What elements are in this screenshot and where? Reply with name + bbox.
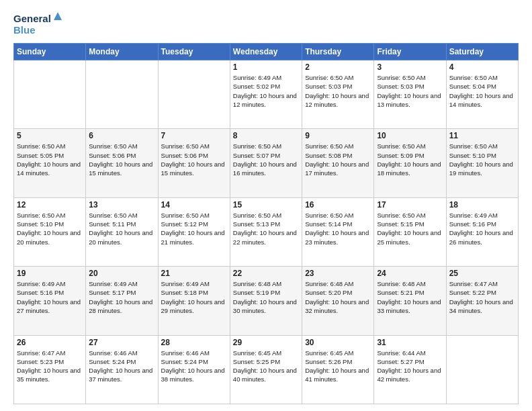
weekday-header-monday: Monday xyxy=(86,44,158,60)
day-info: Sunrise: 6:45 AMSunset: 5:26 PMDaylight:… xyxy=(305,349,371,384)
day-info: Sunrise: 6:47 AMSunset: 5:22 PMDaylight:… xyxy=(449,279,515,315)
day-cell: 13Sunrise: 6:50 AMSunset: 5:11 PMDayligh… xyxy=(86,197,158,266)
weekday-header-sunday: Sunday xyxy=(14,44,86,60)
day-cell: 31Sunrise: 6:44 AMSunset: 5:27 PMDayligh… xyxy=(374,335,446,404)
day-info: Sunrise: 6:50 AMSunset: 5:07 PMDaylight:… xyxy=(233,142,299,177)
day-info: Sunrise: 6:44 AMSunset: 5:27 PMDaylight:… xyxy=(377,349,443,384)
day-cell: 15Sunrise: 6:50 AMSunset: 5:13 PMDayligh… xyxy=(230,197,302,266)
calendar: SundayMondayTuesdayWednesdayThursdayFrid… xyxy=(13,43,519,404)
day-number: 29 xyxy=(233,338,299,347)
logo-svg: General Blue xyxy=(13,11,67,38)
day-number: 24 xyxy=(377,269,443,278)
day-info: Sunrise: 6:50 AMSunset: 5:13 PMDaylight:… xyxy=(233,211,299,246)
day-cell: 4Sunrise: 6:50 AMSunset: 5:04 PMDaylight… xyxy=(446,60,518,129)
day-cell: 30Sunrise: 6:45 AMSunset: 5:26 PMDayligh… xyxy=(302,335,374,404)
day-cell: 1Sunrise: 6:49 AMSunset: 5:02 PMDaylight… xyxy=(230,60,302,129)
day-cell: 5Sunrise: 6:50 AMSunset: 5:05 PMDaylight… xyxy=(14,129,86,197)
day-number: 20 xyxy=(89,269,154,278)
weekday-header-friday: Friday xyxy=(374,44,446,60)
day-number: 6 xyxy=(89,131,154,140)
week-row-3: 19Sunrise: 6:49 AMSunset: 5:16 PMDayligh… xyxy=(14,267,519,335)
day-number: 21 xyxy=(161,269,227,278)
day-cell: 3Sunrise: 6:50 AMSunset: 5:03 PMDaylight… xyxy=(374,60,446,129)
day-cell: 14Sunrise: 6:50 AMSunset: 5:12 PMDayligh… xyxy=(158,197,230,266)
day-cell: 9Sunrise: 6:50 AMSunset: 5:08 PMDaylight… xyxy=(302,129,374,197)
day-info: Sunrise: 6:45 AMSunset: 5:25 PMDaylight:… xyxy=(233,349,299,384)
day-info: Sunrise: 6:50 AMSunset: 5:08 PMDaylight:… xyxy=(305,142,371,177)
day-number: 5 xyxy=(17,131,83,140)
day-cell: 12Sunrise: 6:50 AMSunset: 5:10 PMDayligh… xyxy=(14,197,86,266)
week-row-0: 1Sunrise: 6:49 AMSunset: 5:02 PMDaylight… xyxy=(14,60,519,129)
day-info: Sunrise: 6:50 AMSunset: 5:03 PMDaylight:… xyxy=(305,73,371,109)
day-number: 16 xyxy=(305,200,371,210)
day-number: 31 xyxy=(377,338,443,347)
day-number: 14 xyxy=(161,200,227,210)
weekday-header-saturday: Saturday xyxy=(446,44,518,60)
day-number: 10 xyxy=(377,131,443,140)
day-info: Sunrise: 6:48 AMSunset: 5:19 PMDaylight:… xyxy=(233,279,299,315)
day-number: 26 xyxy=(17,338,83,347)
day-info: Sunrise: 6:49 AMSunset: 5:17 PMDaylight:… xyxy=(89,279,154,315)
week-row-2: 12Sunrise: 6:50 AMSunset: 5:10 PMDayligh… xyxy=(14,197,519,266)
day-number: 25 xyxy=(449,269,515,278)
day-info: Sunrise: 6:50 AMSunset: 5:09 PMDaylight:… xyxy=(377,142,443,177)
day-info: Sunrise: 6:46 AMSunset: 5:24 PMDaylight:… xyxy=(89,349,154,384)
day-number: 11 xyxy=(449,131,515,140)
header: General Blue xyxy=(13,11,519,38)
day-cell: 6Sunrise: 6:50 AMSunset: 5:06 PMDaylight… xyxy=(86,129,158,197)
week-row-1: 5Sunrise: 6:50 AMSunset: 5:05 PMDaylight… xyxy=(14,129,519,197)
day-number: 30 xyxy=(305,338,371,347)
day-number: 19 xyxy=(17,269,83,278)
day-number: 27 xyxy=(89,338,154,347)
day-info: Sunrise: 6:50 AMSunset: 5:06 PMDaylight:… xyxy=(89,142,154,177)
day-info: Sunrise: 6:48 AMSunset: 5:21 PMDaylight:… xyxy=(377,279,443,315)
day-info: Sunrise: 6:46 AMSunset: 5:24 PMDaylight:… xyxy=(161,349,227,384)
day-info: Sunrise: 6:47 AMSunset: 5:23 PMDaylight:… xyxy=(17,349,83,384)
day-cell: 17Sunrise: 6:50 AMSunset: 5:15 PMDayligh… xyxy=(374,197,446,266)
page: General Blue SundayMondayTuesdayWednesda… xyxy=(0,0,532,411)
day-number: 28 xyxy=(161,338,227,347)
day-cell: 22Sunrise: 6:48 AMSunset: 5:19 PMDayligh… xyxy=(230,267,302,335)
day-cell: 21Sunrise: 6:49 AMSunset: 5:18 PMDayligh… xyxy=(158,267,230,335)
day-info: Sunrise: 6:50 AMSunset: 5:03 PMDaylight:… xyxy=(377,73,443,109)
day-cell: 19Sunrise: 6:49 AMSunset: 5:16 PMDayligh… xyxy=(14,267,86,335)
day-number: 22 xyxy=(233,269,299,278)
weekday-header-tuesday: Tuesday xyxy=(158,44,230,60)
day-info: Sunrise: 6:48 AMSunset: 5:20 PMDaylight:… xyxy=(305,279,371,315)
day-number: 4 xyxy=(449,62,515,72)
day-info: Sunrise: 6:50 AMSunset: 5:14 PMDaylight:… xyxy=(305,211,371,246)
day-info: Sunrise: 6:49 AMSunset: 5:18 PMDaylight:… xyxy=(161,279,227,315)
day-cell: 18Sunrise: 6:49 AMSunset: 5:16 PMDayligh… xyxy=(446,197,518,266)
day-number: 2 xyxy=(305,62,371,72)
weekday-header-wednesday: Wednesday xyxy=(230,44,302,60)
day-info: Sunrise: 6:50 AMSunset: 5:04 PMDaylight:… xyxy=(449,73,515,109)
day-number: 18 xyxy=(449,200,515,210)
day-info: Sunrise: 6:50 AMSunset: 5:10 PMDaylight:… xyxy=(17,211,83,246)
day-cell: 25Sunrise: 6:47 AMSunset: 5:22 PMDayligh… xyxy=(446,267,518,335)
day-info: Sunrise: 6:49 AMSunset: 5:16 PMDaylight:… xyxy=(17,279,83,315)
day-cell: 7Sunrise: 6:50 AMSunset: 5:06 PMDaylight… xyxy=(158,129,230,197)
day-number: 1 xyxy=(233,62,299,72)
day-cell: 23Sunrise: 6:48 AMSunset: 5:20 PMDayligh… xyxy=(302,267,374,335)
weekday-header-row: SundayMondayTuesdayWednesdayThursdayFrid… xyxy=(14,44,519,60)
day-info: Sunrise: 6:50 AMSunset: 5:15 PMDaylight:… xyxy=(377,211,443,246)
day-cell xyxy=(158,60,230,129)
day-cell xyxy=(14,60,86,129)
day-cell xyxy=(446,335,518,404)
week-row-4: 26Sunrise: 6:47 AMSunset: 5:23 PMDayligh… xyxy=(14,335,519,404)
day-cell: 2Sunrise: 6:50 AMSunset: 5:03 PMDaylight… xyxy=(302,60,374,129)
day-info: Sunrise: 6:50 AMSunset: 5:05 PMDaylight:… xyxy=(17,142,83,177)
day-cell: 8Sunrise: 6:50 AMSunset: 5:07 PMDaylight… xyxy=(230,129,302,197)
day-cell: 28Sunrise: 6:46 AMSunset: 5:24 PMDayligh… xyxy=(158,335,230,404)
day-number: 13 xyxy=(89,200,154,210)
day-info: Sunrise: 6:49 AMSunset: 5:16 PMDaylight:… xyxy=(449,211,515,246)
day-cell: 10Sunrise: 6:50 AMSunset: 5:09 PMDayligh… xyxy=(374,129,446,197)
day-cell: 27Sunrise: 6:46 AMSunset: 5:24 PMDayligh… xyxy=(86,335,158,404)
day-cell: 29Sunrise: 6:45 AMSunset: 5:25 PMDayligh… xyxy=(230,335,302,404)
day-info: Sunrise: 6:50 AMSunset: 5:10 PMDaylight:… xyxy=(449,142,515,177)
day-cell xyxy=(86,60,158,129)
logo: General Blue xyxy=(13,11,67,38)
day-cell: 20Sunrise: 6:49 AMSunset: 5:17 PMDayligh… xyxy=(86,267,158,335)
day-cell: 24Sunrise: 6:48 AMSunset: 5:21 PMDayligh… xyxy=(374,267,446,335)
day-info: Sunrise: 6:50 AMSunset: 5:06 PMDaylight:… xyxy=(161,142,227,177)
